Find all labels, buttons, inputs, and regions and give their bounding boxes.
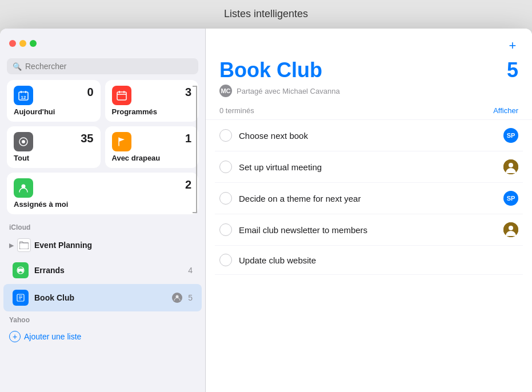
group-event-planning[interactable]: ▶ Event Planning (0, 234, 205, 257)
add-list-icon: + (9, 331, 21, 342)
errands-count: 4 (188, 266, 193, 275)
sl-top-today: 12 0 (14, 86, 94, 105)
afficher-button[interactable]: Afficher (493, 106, 518, 115)
task-avatar-4 (503, 222, 518, 237)
book-club-count: 5 (188, 293, 193, 302)
assigned-icon (14, 178, 33, 198)
add-list-button[interactable]: + Ajouter une liste (0, 326, 205, 347)
sl-top-scheduled: 3 (112, 86, 192, 105)
task-checkbox-4[interactable] (219, 223, 232, 236)
shared-with-text: Partagé avec Michael Cavanna (237, 87, 340, 95)
today-count: 0 (87, 86, 93, 99)
add-list-label: Ajouter une liste (24, 332, 81, 341)
task-avatar-3: SP (503, 191, 518, 206)
shared-avatar: MC (219, 85, 232, 97)
sidebar: 🔍 (0, 29, 206, 392)
svg-rect-4 (117, 92, 126, 100)
list-header: Book Club 5 MC Partagé avec Michael Cava… (206, 58, 532, 102)
task-checkbox-3[interactable] (219, 192, 232, 205)
tasks-list: Choose next book SP Set up virtual meeti… (206, 120, 532, 392)
svg-text:12: 12 (21, 95, 26, 100)
svg-rect-11 (19, 243, 29, 249)
all-count: 35 (81, 132, 93, 145)
task-row: Update club website (215, 246, 523, 275)
group-event-planning-label: Event Planning (34, 241, 92, 250)
list-title: Book Club (219, 58, 322, 82)
completed-row: 0 terminés Afficher (206, 102, 532, 120)
task-text-4: Email club newsletter to members (239, 225, 497, 235)
svg-point-24 (509, 226, 513, 230)
traffic-lights (9, 40, 37, 47)
svg-point-22 (509, 163, 513, 167)
app-window: 🔍 (0, 29, 532, 392)
smart-list-all[interactable]: 35 Tout (7, 126, 101, 168)
smart-list-scheduled[interactable]: 3 Programmés (105, 80, 199, 122)
close-button[interactable] (9, 40, 16, 47)
errands-label: Errands (34, 266, 182, 275)
list-shared-row: MC Partagé avec Michael Cavanna (219, 85, 518, 97)
sl-top-flagged: 1 (112, 132, 192, 151)
task-row: Email club newsletter to members (215, 214, 523, 246)
icloud-header: iCloud (0, 219, 205, 234)
task-text-3: Decide on a theme for next year (239, 194, 497, 203)
list-item-errands[interactable]: Errands 4 (3, 257, 202, 284)
flagged-icon (112, 132, 131, 151)
task-text-2: Set up virtual meeting (239, 162, 497, 172)
errands-icon (13, 262, 29, 278)
flagged-label: Avec drapeau (112, 154, 192, 162)
task-text-1: Choose next book (239, 131, 497, 141)
smart-lists-grid: 12 0 Aujourd'hui (0, 80, 205, 219)
task-avatar-1: SP (503, 128, 518, 143)
chevron-right-icon: ▶ (9, 242, 14, 249)
minimize-button[interactable] (19, 40, 26, 47)
yahoo-header: Yahoo (0, 311, 205, 326)
smart-list-flagged[interactable]: 1 Avec drapeau (105, 126, 199, 168)
svg-rect-15 (18, 269, 23, 271)
shared-icon (172, 293, 182, 303)
group-folder-icon (17, 238, 31, 252)
list-title-row: Book Club 5 (219, 58, 518, 82)
task-avatar-2 (503, 159, 518, 174)
task-row: Choose next book SP (215, 120, 523, 151)
book-club-icon (13, 290, 29, 306)
sl-top-assigned: 2 (14, 178, 191, 198)
scheduled-label: Programmés (112, 107, 192, 116)
scheduled-icon (112, 86, 131, 105)
task-text-5: Update club website (239, 255, 518, 265)
task-checkbox-1[interactable] (219, 129, 232, 142)
all-label: Tout (14, 154, 94, 162)
task-row: Set up virtual meeting (215, 151, 523, 183)
app-content: 🔍 (0, 29, 532, 392)
completed-count: 0 terminés (219, 106, 254, 115)
task-checkbox-5[interactable] (219, 254, 232, 266)
task-row: Decide on a theme for next year SP (215, 183, 523, 214)
search-input[interactable] (25, 62, 193, 71)
scheduled-count: 3 (185, 86, 191, 99)
sl-top-all: 35 (14, 132, 94, 151)
book-club-label: Book Club (34, 293, 166, 302)
smart-list-assigned[interactable]: 2 Assignés à moi (7, 173, 198, 214)
list-count: 5 (507, 58, 518, 82)
titlebar (0, 29, 205, 58)
fullscreen-button[interactable] (30, 40, 37, 47)
main-toolbar: + (206, 29, 532, 58)
search-icon: 🔍 (13, 62, 22, 71)
assigned-count: 2 (185, 178, 191, 191)
all-icon (14, 132, 33, 151)
svg-point-9 (22, 140, 25, 143)
search-bar[interactable]: 🔍 (7, 58, 198, 74)
task-checkbox-2[interactable] (219, 161, 232, 173)
smart-lists-section: 12 0 Aujourd'hui (0, 80, 205, 219)
assigned-label: Assignés à moi (14, 200, 191, 209)
today-label: Aujourd'hui (14, 107, 94, 116)
smart-list-today[interactable]: 12 0 Aujourd'hui (7, 80, 101, 122)
flagged-count: 1 (185, 132, 191, 145)
add-task-button[interactable]: + (505, 38, 521, 54)
window-title: Listes intelligentes (224, 8, 308, 20)
list-item-book-club[interactable]: Book Club 5 (3, 284, 202, 311)
today-icon: 12 (14, 86, 33, 105)
main-content: + Book Club 5 MC Partagé avec Michael Ca… (206, 29, 532, 392)
